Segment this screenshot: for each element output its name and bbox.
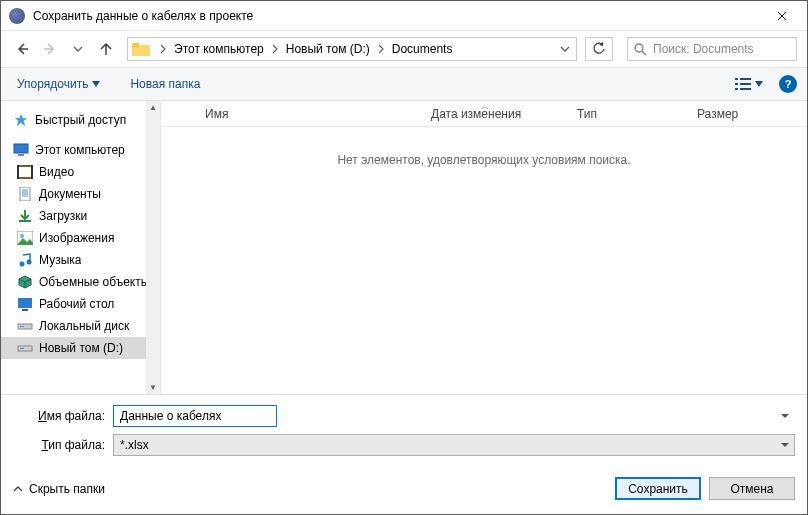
sidebar-item-videos[interactable]: Видео <box>1 161 160 183</box>
chevron-right-icon[interactable] <box>268 44 282 54</box>
column-header-name[interactable]: Имя <box>161 101 421 126</box>
svg-point-2 <box>635 44 643 52</box>
chevron-down-icon <box>73 44 83 54</box>
sort-indicator-icon: ︿ <box>481 101 489 112</box>
sidebar-item-label: Изображения <box>39 231 114 245</box>
sidebar-item-downloads[interactable]: Загрузки <box>1 205 160 227</box>
drive-icon <box>17 341 33 355</box>
svg-rect-5 <box>735 83 738 85</box>
sidebar-item-3d-objects[interactable]: Объемные объекты <box>1 271 160 293</box>
svg-rect-6 <box>740 83 751 85</box>
refresh-icon <box>592 42 606 56</box>
svg-rect-21 <box>18 298 32 308</box>
crumb-drive[interactable]: Новый том (D:) <box>282 38 374 60</box>
up-button[interactable] <box>95 38 117 60</box>
filename-input[interactable] <box>113 405 277 427</box>
cancel-button[interactable]: Отмена <box>709 477 795 500</box>
sidebar-item-label: Объемные объекты <box>39 275 149 289</box>
column-header-date[interactable]: Дата изменения <box>421 101 567 126</box>
svg-rect-9 <box>14 144 28 153</box>
scroll-down-icon[interactable]: ▼ <box>149 383 157 392</box>
search-icon <box>634 43 647 56</box>
sidebar-item-label: Музыка <box>39 253 81 267</box>
help-button[interactable]: ? <box>779 75 797 93</box>
chevron-up-icon <box>13 484 23 494</box>
file-list[interactable]: Нет элементов, удовлетворяющих условиям … <box>161 127 807 394</box>
new-folder-button[interactable]: Новая папка <box>124 73 206 95</box>
save-button[interactable]: Сохранить <box>615 477 701 500</box>
chevron-right-icon[interactable] <box>156 44 170 54</box>
view-list-icon <box>735 77 751 91</box>
svg-rect-4 <box>740 78 751 80</box>
sidebar-scrollbar[interactable]: ▲ ▼ <box>146 101 160 394</box>
app-icon <box>9 8 25 24</box>
search-box[interactable] <box>627 37 797 61</box>
sidebar-item-local-disk[interactable]: Локальный диск <box>1 315 160 337</box>
arrow-left-icon <box>14 41 30 57</box>
filename-label: Имя файла: <box>13 409 113 423</box>
svg-rect-24 <box>20 326 24 327</box>
download-icon <box>17 209 33 223</box>
hide-folders-label: Скрыть папки <box>29 482 105 496</box>
breadcrumb[interactable]: Этот компьютер Новый том (D:) Documents <box>127 37 577 61</box>
close-button[interactable] <box>759 1 805 31</box>
svg-rect-10 <box>18 154 24 156</box>
svg-point-18 <box>20 234 24 238</box>
sidebar-item-label: Документы <box>39 187 101 201</box>
hide-folders-toggle[interactable]: Скрыть папки <box>13 482 105 496</box>
document-icon <box>17 187 33 201</box>
crumb-pc[interactable]: Этот компьютер <box>170 38 268 60</box>
sidebar-item-documents[interactable]: Документы <box>1 183 160 205</box>
star-icon <box>13 113 29 127</box>
svg-rect-8 <box>740 88 751 90</box>
sidebar-item-new-volume[interactable]: Новый том (D:) <box>1 337 160 359</box>
chevron-down-icon <box>560 44 570 54</box>
folder-icon <box>132 42 150 56</box>
crumb-folder[interactable]: Documents <box>388 38 457 60</box>
sidebar-item-label: Видео <box>39 165 74 179</box>
svg-rect-3 <box>735 78 738 80</box>
drive-icon <box>17 319 33 333</box>
filetype-select[interactable]: *.xlsx <box>113 434 795 456</box>
svg-rect-14 <box>31 165 33 179</box>
svg-rect-12 <box>19 167 31 177</box>
organize-button[interactable]: Упорядочить <box>11 73 106 95</box>
back-button[interactable] <box>11 38 33 60</box>
filetype-label: Тип файла: <box>13 438 113 452</box>
scroll-up-icon[interactable]: ▲ <box>149 103 157 112</box>
sidebar-item-desktop[interactable]: Рабочий стол <box>1 293 160 315</box>
refresh-button[interactable] <box>585 37 613 61</box>
recent-dropdown[interactable] <box>67 38 89 60</box>
svg-rect-7 <box>735 88 738 90</box>
svg-rect-1 <box>132 43 139 47</box>
monitor-icon <box>13 143 29 157</box>
forward-button[interactable] <box>39 38 61 60</box>
window-title: Сохранить данные о кабелях в проекте <box>33 9 759 23</box>
music-icon <box>17 253 33 267</box>
triangle-down-icon <box>755 81 763 87</box>
sidebar-item-label: Загрузки <box>39 209 87 223</box>
column-header-size[interactable]: Размер <box>687 101 767 126</box>
empty-message: Нет элементов, удовлетворяющих условиям … <box>161 127 807 167</box>
arrow-up-icon <box>98 41 114 57</box>
svg-point-19 <box>20 262 25 267</box>
image-icon <box>17 231 33 245</box>
view-options-button[interactable] <box>731 73 767 95</box>
sidebar-item-label: Этот компьютер <box>35 143 125 157</box>
sidebar-item-label: Новый том (D:) <box>39 341 123 355</box>
search-input[interactable] <box>653 42 803 56</box>
cube-icon <box>17 275 33 289</box>
desktop-icon <box>17 297 33 311</box>
sidebar-item-music[interactable]: Музыка <box>1 249 160 271</box>
sidebar-item-pc[interactable]: Этот компьютер <box>1 139 160 161</box>
svg-point-20 <box>27 260 32 265</box>
triangle-down-icon <box>92 81 100 87</box>
sidebar-item-pictures[interactable]: Изображения <box>1 227 160 249</box>
column-header-type[interactable]: Тип <box>567 101 687 126</box>
sidebar-item-label: Локальный диск <box>39 319 129 333</box>
address-dropdown[interactable] <box>554 44 576 54</box>
svg-rect-16 <box>19 220 31 222</box>
sidebar-item-quick-access[interactable]: Быстрый доступ <box>1 109 160 131</box>
sidebar: Быстрый доступ Этот компьютер Видео Доку… <box>1 101 161 394</box>
chevron-right-icon[interactable] <box>374 44 388 54</box>
